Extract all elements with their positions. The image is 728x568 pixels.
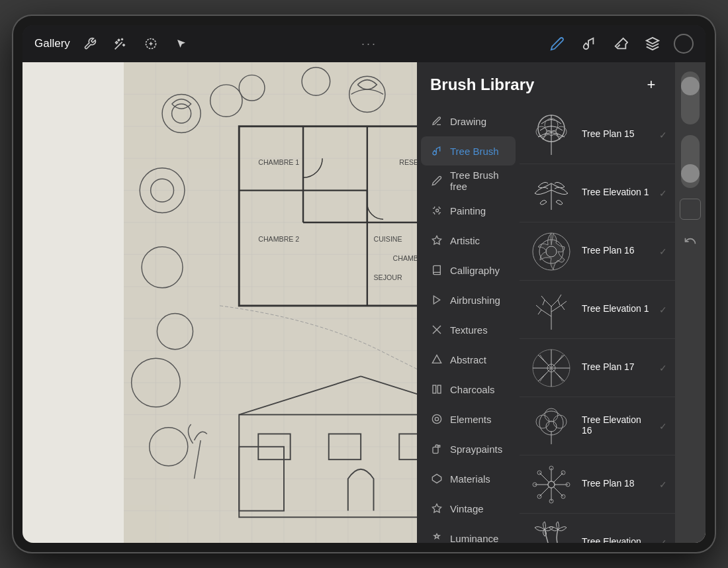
brush-item-tree-plan-15[interactable]: Tree Plan 15 ✓	[520, 106, 675, 164]
svg-marker-78	[432, 504, 441, 512]
category-list: Drawing Tree Brush Tree	[417, 103, 520, 543]
tree-brush-icon	[430, 144, 443, 158]
textures-icon	[430, 323, 443, 336]
undo-button[interactable]	[680, 230, 701, 252]
brush-check-tree-elevation-1b: ✓	[659, 305, 667, 315]
category-drawing[interactable]: Drawing	[421, 107, 516, 136]
brush-library-body: Drawing Tree Brush Tree	[417, 103, 675, 543]
magic-icon[interactable]	[110, 33, 131, 54]
category-artistic[interactable]: Artistic	[421, 226, 516, 255]
category-abstract-label: Abstract	[450, 354, 486, 365]
brush-preview-tree-plan-18	[527, 461, 575, 508]
brush-info-tree-plan-17: Tree Plan 17	[582, 361, 653, 374]
brush-check-tree-elevation-last: ✓	[659, 538, 667, 544]
category-luminance-label: Luminance	[450, 533, 498, 544]
svg-rect-76	[433, 447, 438, 453]
category-materials[interactable]: Materials	[421, 464, 516, 493]
category-charcoals[interactable]: Charcoals	[421, 375, 516, 404]
vintage-icon	[430, 502, 443, 515]
category-tree-brush[interactable]: Tree Brush	[421, 136, 516, 166]
svg-line-95	[545, 300, 551, 307]
brush-preview-tree-plan-17	[527, 344, 575, 392]
category-spraypaints[interactable]: Spraypaints	[421, 434, 516, 463]
brush-info-tree-plan-16: Tree Plan 16	[582, 245, 653, 258]
opacity-slider[interactable]	[681, 71, 700, 124]
brush-preview-tree-elevation-1	[527, 169, 575, 217]
transform-button[interactable]	[680, 199, 701, 220]
svg-line-92	[551, 305, 561, 312]
brush-item-tree-plan-18[interactable]: Tree Plan 18 ✓	[520, 455, 675, 514]
svg-line-93	[561, 301, 567, 305]
svg-point-111	[545, 408, 558, 422]
smudge-icon[interactable]	[140, 33, 161, 54]
top-bar: Gallery	[23, 25, 705, 62]
eraser-tool-icon[interactable]	[610, 33, 631, 54]
brush-check-tree-plan-15: ✓	[659, 130, 667, 140]
airbrushing-icon	[430, 293, 443, 307]
more-options[interactable]: ···	[361, 37, 377, 51]
tablet-screen: Gallery	[23, 25, 705, 543]
brush-list: Tree Plan 15 ✓	[520, 103, 675, 543]
category-luminance[interactable]: Luminance	[421, 524, 516, 543]
brush-name-tree-plan-16: Tree Plan 16	[582, 245, 653, 256]
category-vintage[interactable]: Vintage	[421, 494, 516, 523]
elements-icon	[430, 412, 443, 426]
category-elements[interactable]: Elements	[421, 404, 516, 434]
layers-icon[interactable]	[642, 33, 663, 54]
charcoals-icon	[430, 383, 443, 396]
svg-line-89	[541, 310, 551, 316]
artistic-icon	[430, 234, 443, 247]
svg-point-67	[436, 209, 439, 212]
brush-library-title: Brush Library	[430, 75, 534, 94]
brush-item-tree-plan-16[interactable]: Tree Plan 16 ✓	[520, 222, 675, 281]
svg-point-75	[435, 417, 438, 420]
category-airbrushing[interactable]: Airbrushing	[421, 285, 516, 314]
drawing-icon	[430, 115, 443, 128]
category-abstract[interactable]: Abstract	[421, 345, 516, 374]
calligraphy-icon	[430, 263, 443, 277]
svg-rect-73	[437, 385, 441, 393]
wrench-icon[interactable]	[79, 33, 101, 54]
brush-tool-icon[interactable]	[578, 33, 600, 54]
brush-name-tree-elevation-1b: Tree Elevation 1	[582, 303, 653, 314]
size-slider[interactable]	[681, 135, 700, 188]
brush-item-tree-elevation-last[interactable]: Tree Elevation ✓	[520, 514, 675, 543]
svg-text:CHAMBRE 1: CHAMBRE 1	[258, 158, 299, 166]
category-tree-brush-label: Tree Brush	[450, 146, 499, 157]
svg-marker-1	[647, 38, 659, 44]
brush-library-header: Brush Library +	[417, 62, 675, 103]
luminance-icon	[430, 532, 443, 543]
brush-item-tree-elevation-1b[interactable]: Tree Elevation 1 ✓	[520, 281, 675, 339]
svg-line-97	[543, 300, 545, 305]
gallery-button[interactable]: Gallery	[34, 37, 70, 50]
category-calligraphy-label: Calligraphy	[450, 265, 500, 276]
brush-item-tree-elevation-1[interactable]: Tree Elevation 1 ✓	[520, 164, 675, 222]
category-tree-brush-free-label: Tree Brush free	[450, 169, 506, 192]
category-vintage-label: Vintage	[450, 503, 484, 514]
brush-preview-tree-elevation-1b	[527, 286, 575, 334]
svg-marker-71	[432, 355, 441, 363]
top-bar-right	[547, 33, 694, 54]
category-charcoals-label: Charcoals	[450, 384, 495, 395]
brush-info-tree-elevation-16: Tree Elevation 16	[582, 414, 653, 438]
pencil-tool-icon[interactable]	[547, 33, 568, 54]
cursor-icon[interactable]	[171, 33, 192, 54]
brush-item-tree-plan-17[interactable]: Tree Plan 17 ✓	[520, 339, 675, 397]
brush-name-tree-plan-18: Tree Plan 18	[582, 478, 653, 489]
category-painting-label: Painting	[450, 205, 486, 216]
brush-item-tree-elevation-16[interactable]: Tree Elevation 16 ✓	[520, 397, 675, 455]
category-airbrushing-label: Airbrushing	[450, 295, 500, 306]
category-painting[interactable]: Painting	[421, 196, 516, 225]
category-calligraphy[interactable]: Calligraphy	[421, 256, 516, 285]
svg-text:SEJOUR: SEJOUR	[374, 273, 402, 281]
brush-info-tree-elevation-1b: Tree Elevation 1	[582, 303, 653, 316]
add-brush-button[interactable]: +	[641, 74, 662, 95]
category-textures[interactable]: Textures	[421, 315, 516, 344]
category-spraypaints-label: Spraypaints	[450, 444, 502, 455]
brush-name-tree-elevation-16: Tree Elevation 16	[582, 414, 653, 436]
color-picker[interactable]	[674, 34, 694, 54]
brush-name-tree-plan-17: Tree Plan 17	[582, 361, 653, 372]
brush-preview-tree-elevation-last	[527, 519, 575, 544]
brush-preview-tree-plan-15	[527, 111, 575, 159]
category-tree-brush-free[interactable]: Tree Brush free	[421, 166, 516, 195]
